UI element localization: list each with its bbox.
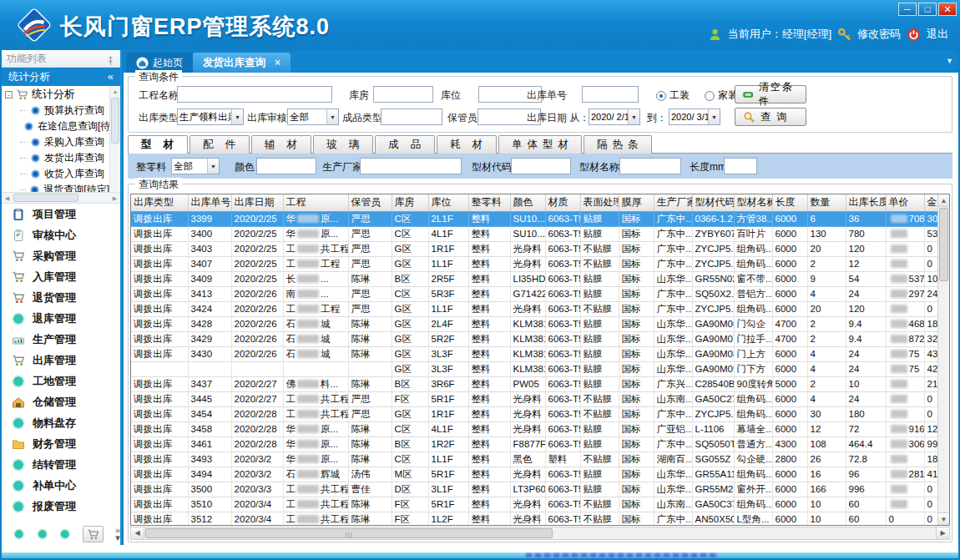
tab-close-icon[interactable]: × — [275, 57, 280, 68]
material-tab[interactable]: 隔热条 — [584, 135, 652, 154]
table-row[interactable]: 调拨出库34242020/2/26工工程严思G区1L1F整料光身料6063-T5… — [131, 301, 942, 316]
sidebar-item-clipboard[interactable]: 项目管理 — [2, 204, 120, 225]
tree-vertical-scrollbar[interactable]: ▲ — [109, 86, 120, 192]
table-row[interactable]: 调拨出库34092020/2/25长...陈琳B区2R5F整料LI35HD606… — [131, 271, 942, 286]
sidebar-item-chart[interactable]: 生产管理 — [2, 329, 120, 350]
out-type-select[interactable]: 生产领料出库▼ — [177, 108, 244, 125]
table-vertical-scrollbar[interactable]: ▲ ▼ — [937, 194, 949, 525]
whole-part-select[interactable]: 全部▼ — [171, 158, 220, 174]
column-header[interactable]: 长度 — [772, 194, 807, 211]
date-from-picker[interactable]: 2020/ 2/16▼ — [589, 108, 640, 125]
table-row[interactable]: 调拨出库34032020/2/25工共工程严思G区1R1F整料光身料6063-T… — [131, 241, 942, 256]
table-row[interactable]: 调拨出库34612020/2/28华原...陈琳B区1R2F整料F8877FT6… — [131, 436, 942, 452]
clear-conditions-button[interactable]: 清空条件 — [735, 85, 806, 103]
scroll-left-icon[interactable]: ◀ — [131, 527, 144, 539]
table-row[interactable]: 调拨出库33992020/2/25华原...严思C区2L1F整料SU10...6… — [131, 211, 942, 226]
table-row[interactable]: 调拨出库34132020/2/26南...严思C区5R3F整料G71422606… — [131, 286, 942, 301]
column-header[interactable]: 出库日期 — [231, 194, 283, 211]
table-row[interactable]: 调拨出库34542020/2/28工共工程严思G区1R1F整料光身料6063-T… — [131, 406, 942, 421]
sidebar-item-cart-gray[interactable]: 采购管理 — [2, 245, 120, 266]
tree-item[interactable]: 退货查询[待定] — [2, 182, 109, 193]
sidebar-item-circle[interactable]: 补单中心 — [2, 475, 120, 496]
profile-name-input[interactable] — [619, 158, 681, 174]
tree-item[interactable]: 发货出库查询 — [2, 150, 109, 166]
tree-root-node[interactable]: - 统计分析 — [2, 86, 109, 103]
sidebar-item-circle[interactable]: 结转管理 — [2, 454, 120, 475]
table-row[interactable]: 调拨出库34072020/2/25工工程严思G区1L1F整料光身料6063-T5… — [131, 256, 942, 271]
column-header[interactable]: 库位 — [428, 194, 468, 211]
column-header[interactable]: 工程 — [283, 194, 348, 211]
column-header[interactable]: 型材代码 — [692, 194, 734, 211]
table-row[interactable]: 调拨出库34372020/2/27佛料...陈琳B区3R6F整料PW056063… — [131, 376, 942, 391]
profile-code-input[interactable] — [511, 158, 571, 174]
table-row[interactable]: 调拨出库34452020/2/27工共工程严思F区5R1F整料光身料6063-T… — [131, 391, 942, 406]
column-header[interactable]: 颜色 — [510, 194, 545, 211]
radio-workwear[interactable]: 工装 — [656, 88, 690, 103]
pin-icon[interactable] — [106, 54, 115, 63]
circle-icon[interactable] — [59, 528, 71, 540]
table-row[interactable]: 调拨出库35002020/3/3工共工程曹佳D区3L1F整料LT3P606063… — [131, 482, 942, 497]
sidebar-item-cart-red[interactable]: 退货管理 — [2, 287, 120, 308]
circle-icon[interactable] — [37, 528, 48, 540]
column-header[interactable]: 出库长度 — [846, 194, 886, 211]
logout-link[interactable]: 退出 — [927, 27, 948, 42]
table-row[interactable]: 调拨出库35102020/3/4工共工程陈琳F区5R1F整料光身料6063-T5… — [131, 497, 942, 512]
material-tab[interactable]: 单体型材 — [498, 135, 582, 154]
warehouse-input[interactable] — [373, 86, 433, 103]
tree-item[interactable]: 预算执行查询 — [2, 103, 109, 119]
material-tab[interactable]: 耗材 — [437, 135, 497, 154]
scroll-left-icon[interactable]: ◀ — [2, 193, 13, 204]
scrollbar-thumb[interactable] — [13, 194, 78, 202]
circle-icon[interactable] — [13, 528, 25, 540]
sidebar-item-circle[interactable]: 报废管理 — [2, 496, 120, 517]
material-tab[interactable]: 玻璃 — [313, 135, 373, 154]
stats-section-header[interactable]: 统计分析 « — [2, 68, 120, 86]
sidebar-item-cart-green[interactable]: 出库管理 — [2, 350, 120, 371]
scroll-up-icon[interactable]: ▲ — [938, 194, 949, 207]
column-header[interactable]: 出库类型 — [131, 194, 188, 211]
material-tab[interactable]: 型材 — [128, 135, 188, 154]
column-header[interactable]: 保管员 — [348, 194, 392, 211]
color-input[interactable] — [256, 158, 316, 174]
audit-select[interactable]: 全部▼ — [287, 108, 339, 125]
tree-horizontal-scrollbar[interactable]: ◀ ▶ — [2, 193, 120, 204]
sidebar-item-folder[interactable]: 财务管理 — [2, 433, 120, 454]
maximize-button[interactable]: □ — [918, 3, 937, 16]
column-header[interactable]: 整零料 — [468, 194, 510, 211]
column-header[interactable]: 材质 — [545, 194, 580, 211]
column-header[interactable]: 表面处理 — [580, 194, 619, 211]
scroll-down-icon[interactable]: ▼ — [938, 512, 949, 525]
sidebar-item-cart-green[interactable]: 入库管理 — [2, 266, 120, 287]
sidebar-item-circle[interactable]: 物料盘存 — [2, 412, 120, 433]
date-to-picker[interactable]: 2020/ 3/16▼ — [669, 108, 720, 125]
table-row[interactable]: 调拨出库34292020/2/26石城陈琳G区5R2F整料KLM38176063… — [131, 331, 942, 346]
change-password-link[interactable]: 修改密码 — [857, 27, 901, 42]
tree-item[interactable]: 收货入库查询 — [2, 166, 109, 182]
table-row[interactable]: 调拨出库34002020/2/25华原...严思C区4L1F整料SU10...6… — [131, 226, 942, 241]
column-header[interactable]: 出库单号 — [188, 194, 231, 211]
tree-item[interactable]: 在途信息查询[待 — [2, 119, 109, 134]
project-name-input[interactable] — [177, 86, 332, 103]
radio-homewear[interactable]: 家装 — [705, 88, 738, 103]
table-row[interactable]: 调拨出库35122020/3/4工共工程陈琳F区1L2F整料光身料6063-T5… — [131, 512, 942, 526]
search-button[interactable]: 查 询 — [735, 108, 806, 126]
column-header[interactable]: 型材名称 — [734, 194, 772, 211]
tab-list-dropdown-icon[interactable]: ▼ — [946, 57, 953, 65]
sidebar-item-warehouse[interactable]: 仓储管理 — [2, 391, 120, 412]
material-tab[interactable]: 配件 — [189, 135, 250, 154]
tab-shipment-outbound-query[interactable]: 发货出库查询 × — [193, 53, 291, 73]
minimize-button[interactable]: ─ — [898, 3, 917, 16]
table-row[interactable]: G区3L3F整料KLM38176063-T5贴膜国标山东华...GA90M09.… — [131, 361, 942, 376]
product-type-input[interactable] — [381, 108, 442, 125]
length-input[interactable] — [724, 158, 757, 174]
order-no-input[interactable] — [582, 86, 639, 103]
sidebar-item-circle[interactable]: 工地管理 — [2, 371, 120, 391]
tree-item[interactable]: 采购入库查询 — [2, 134, 109, 150]
table-row[interactable]: 调拨出库34302020/2/26石城陈琳G区3L3F整料KLM38176063… — [131, 346, 942, 361]
sidebar-item-checklist[interactable]: 审核中心 — [2, 225, 120, 245]
scroll-right-icon[interactable]: ▶ — [109, 193, 120, 204]
table-row[interactable]: 调拨出库34932020/3/2华原...陈琳C区1L1F整料黑色塑料不贴膜国标… — [131, 452, 942, 467]
material-tab[interactable]: 辅材 — [251, 135, 311, 154]
collapse-icon[interactable]: « — [108, 68, 114, 86]
table-row[interactable]: 调拨出库34282020/2/26石城陈琳G区2L4F整料KLM38176063… — [131, 316, 942, 331]
